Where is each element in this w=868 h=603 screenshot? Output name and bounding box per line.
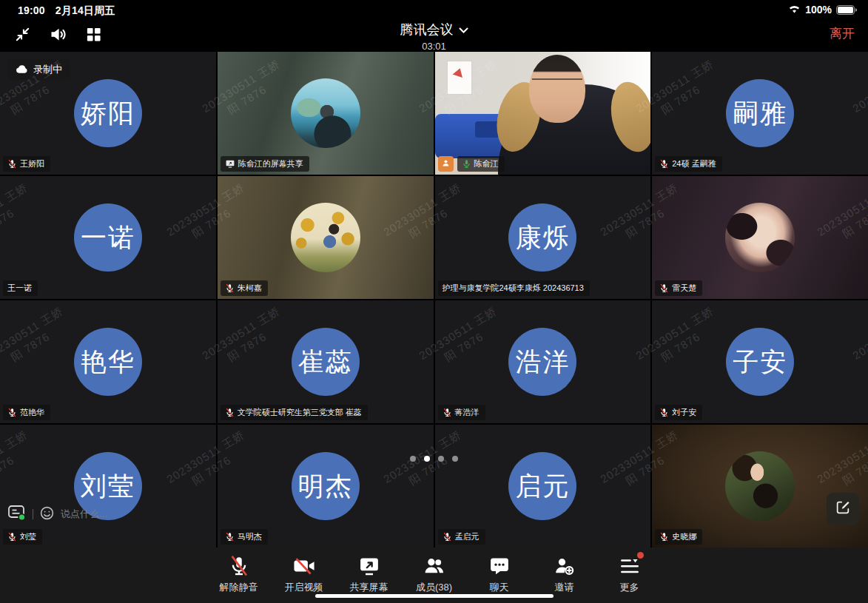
clock-time: 19:00 <box>18 4 45 18</box>
participant-tile[interactable]: 康烁护理与康复学院24硕李康烁 202436713 <box>435 176 651 299</box>
participant-tile[interactable]: 艳华范艳华 <box>0 300 216 423</box>
mic-off-small-icon <box>7 532 17 542</box>
participant-tile[interactable]: 嗣雅24硕 孟嗣雅 <box>652 52 868 175</box>
participant-tile[interactable]: 崔蕊文学院硕士研究生第三党支部 崔蕊 <box>218 300 434 423</box>
participant-tile[interactable]: 一诺王一诺 <box>0 176 216 299</box>
mic-off-small-icon <box>659 159 669 169</box>
name-label: 文学院硕士研究生第三党支部 崔蕊 <box>221 405 368 420</box>
profile-photo <box>725 203 795 272</box>
participant-label-row: 王一诺 <box>3 280 38 296</box>
participant-grid: 娇阳王娇阳录制中陈俞江的屏幕共享陈俞江嗣雅24硕 孟嗣雅一诺王一诺朱柯嘉康烁护理… <box>0 52 868 548</box>
avatar: 浩洋 <box>508 328 576 396</box>
participant-name: 王娇阳 <box>20 158 44 169</box>
participant-tile[interactable]: 子安刘子安 <box>652 300 868 423</box>
leave-button[interactable]: 离开 <box>830 25 855 42</box>
participant-label-row: 范艳华 <box>3 405 50 420</box>
mic-off-small-icon <box>7 159 17 169</box>
toolbar-label: 成员(38) <box>416 581 452 594</box>
recording-label: 录制中 <box>33 63 62 76</box>
participant-name: 护理与康复学院24硕李康烁 202436713 <box>443 283 584 294</box>
mic-off-small-icon <box>659 408 669 417</box>
avatar: 崔蕊 <box>292 328 360 396</box>
mic-off-small-icon <box>659 283 669 293</box>
mic-off-small-icon <box>443 532 452 542</box>
emoji-icon[interactable] <box>39 505 55 524</box>
avatar-text: 明杰 <box>298 469 353 504</box>
meeting-header: 腾讯会议 03:01 离开 <box>0 19 868 52</box>
name-label: 护理与康复学院24硕李康烁 202436713 <box>438 280 590 296</box>
participant-tile[interactable]: 雷天楚 <box>652 176 868 299</box>
mic-off-small-icon <box>225 408 235 417</box>
toolbar-unmute-button[interactable]: 解除静音 <box>218 554 260 594</box>
avatar-text: 启元 <box>515 469 570 504</box>
name-label: 陈俞江的屏幕共享 <box>221 156 309 172</box>
battery-percent: 100% <box>805 4 832 16</box>
participant-tile[interactable]: 史晓娜 <box>652 425 868 548</box>
participant-label-row: 24硕 孟嗣雅 <box>655 156 721 172</box>
name-label: 刘莹 <box>3 529 42 545</box>
participant-label-row: 史晓娜 <box>655 529 702 545</box>
participant-tile[interactable]: 陈俞江 <box>435 52 651 175</box>
chat-input-bar[interactable]: 说点什么... <box>7 505 107 524</box>
participant-name: 刘子安 <box>672 407 696 418</box>
toolbar-chat-button[interactable]: 聊天 <box>478 554 521 594</box>
participant-tile[interactable]: 朱柯嘉 <box>218 176 434 299</box>
name-label: 范艳华 <box>3 405 50 420</box>
toolbar-invite-button[interactable]: 邀请 <box>543 554 586 594</box>
participant-label-row: 王娇阳 <box>3 156 50 172</box>
toolbar-label: 解除静音 <box>220 581 258 594</box>
participant-tile[interactable]: 娇阳王娇阳录制中 <box>0 52 216 175</box>
mic-on-small-icon <box>462 159 471 169</box>
screen-share-icon <box>357 554 381 578</box>
notification-dot <box>637 552 644 559</box>
home-indicator[interactable] <box>315 594 554 598</box>
avatar: 康烁 <box>508 203 576 272</box>
avatar-text: 艳华 <box>81 345 135 380</box>
profile-photo <box>725 451 795 521</box>
name-label: 马明杰 <box>221 529 268 545</box>
toolbar-start-video-button[interactable]: 开启视频 <box>283 554 326 594</box>
mic-off-small-icon <box>7 408 17 417</box>
toolbar-label: 共享屏幕 <box>350 581 388 594</box>
avatar-text: 一诺 <box>81 220 135 255</box>
participant-tile[interactable]: 明杰马明杰 <box>218 425 434 548</box>
chat-input-placeholder[interactable]: 说点什么... <box>61 508 107 521</box>
participant-tile[interactable]: 启元孟启元 <box>435 425 651 548</box>
participant-name: 雷天楚 <box>672 283 696 294</box>
meeting-title-button[interactable]: 腾讯会议 <box>400 21 468 38</box>
participant-label-row: 朱柯嘉 <box>221 280 268 296</box>
name-label: 史晓娜 <box>655 529 702 545</box>
chat-icon <box>488 554 511 578</box>
avatar: 明杰 <box>292 452 360 520</box>
clock-date: 2月14日周五 <box>55 4 115 18</box>
name-label: 王娇阳 <box>3 156 50 172</box>
participant-name: 马明杰 <box>238 531 262 542</box>
participant-name: 史晓娜 <box>672 531 696 542</box>
annotation-button[interactable] <box>827 493 859 525</box>
participant-name: 文学院硕士研究生第三党支部 崔蕊 <box>238 407 362 418</box>
wall-picture <box>447 61 472 95</box>
participant-label-row: 护理与康复学院24硕李康烁 202436713 <box>438 280 590 296</box>
toolbar-members-button[interactable]: 成员(38) <box>413 554 456 594</box>
participant-tile[interactable]: 浩洋蒋浩洋 <box>435 300 651 423</box>
participant-tile[interactable]: 刘莹刘莹说点什么... <box>0 425 216 548</box>
person-glasses <box>532 78 582 92</box>
participant-tile[interactable]: 陈俞江的屏幕共享 <box>218 52 434 175</box>
avatar-text: 崔蕊 <box>298 345 353 380</box>
participant-label-row: 马明杰 <box>221 529 268 545</box>
participant-label-row: 孟启元 <box>438 529 485 545</box>
danmaku-toggle-icon[interactable] <box>7 505 27 524</box>
toolbar-label: 更多 <box>620 581 639 594</box>
avatar-text: 娇阳 <box>81 96 135 131</box>
toolbar-share-screen-button[interactable]: 共享屏幕 <box>348 554 391 594</box>
avatar-text: 子安 <box>733 345 787 380</box>
avatar: 娇阳 <box>74 79 142 147</box>
toolbar-more-button[interactable]: 更多 <box>608 554 651 594</box>
participant-name: 24硕 孟嗣雅 <box>672 158 716 169</box>
participant-name: 范艳华 <box>20 407 44 418</box>
avatar-text: 浩洋 <box>515 345 570 380</box>
avatar-text: 嗣雅 <box>733 96 787 131</box>
name-label: 蒋浩洋 <box>438 405 485 420</box>
members-icon <box>423 554 446 578</box>
annotation-icon <box>835 499 851 519</box>
